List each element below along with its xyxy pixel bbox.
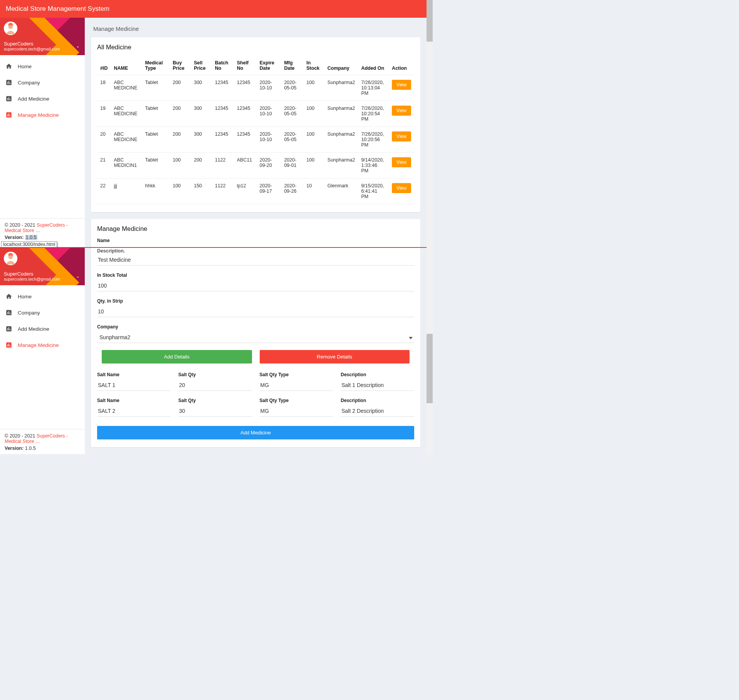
medicine-table: #IDNAMEMedical TypeBuy PriceSell PriceBa… [97,56,414,204]
cell-action: View [389,75,414,101]
cell-stock: 100 [303,127,324,153]
cell-expire: 2020-10-10 [257,127,281,153]
scrollbar-thumb-2[interactable] [427,334,433,403]
sidebar-footer: © 2020 - 2021 SuperCoders - Medical Stor… [0,218,85,247]
cell-name: ABC MEDICIN1 [111,153,142,178]
add-medicine-button[interactable]: Add Medicine [97,426,414,439]
cell-sell: 300 [191,127,212,153]
cell-id: 18 [97,75,111,101]
view-button[interactable]: View [392,80,411,90]
avatar [4,252,17,265]
sidebar-item-company[interactable]: Company [0,74,85,91]
cell-shelf: 12345 [234,127,257,153]
cell-id: 21 [97,153,111,178]
table-header-company: Company [324,56,358,75]
salt-qty-type-field[interactable] [260,380,333,391]
company-select[interactable] [97,332,414,343]
app-header: Medical Store Management System [0,0,427,18]
sidebar-item-label: Home [18,64,32,69]
scrollbar-thumb[interactable] [427,0,433,42]
table-header-added: Added On [358,56,389,75]
cell-shelf: 12345 [234,75,257,101]
card-title: Manage Medicine [91,219,420,238]
app-title: Medical Store Management System [6,5,109,13]
cell-added: 9/14/2020, 1:33:46 PM [358,153,389,178]
hover-url-tooltip: localhost:3000/index.html [1,241,57,247]
salt-name-field[interactable] [97,380,171,391]
in-stock-total-field[interactable] [97,280,414,291]
cell-buy: 200 [170,101,191,127]
sidebar-item-manage-medicine[interactable]: Manage Medicine [0,107,85,123]
chart-icon [5,95,12,102]
page-title: Manage Medicine [85,18,427,37]
chevron-down-icon[interactable] [76,275,80,281]
sidebar-item-add-medicine[interactable]: Add Medicine [0,91,85,107]
user-name: SuperCoders [4,41,73,47]
cell-type: Tablet [142,127,170,153]
add-details-button[interactable]: Add Details [102,350,252,363]
sidebar-item-label: Add Medicine [18,326,49,332]
salt-row: Salt NameSalt QtySalt Qty TypeDescriptio… [97,398,414,424]
cell-buy: 100 [170,178,191,204]
qty-in-strip-field[interactable] [97,306,414,317]
sidebar-footer: © 2020 - 2021 SuperCoders - Medical Stor… [0,429,85,454]
salt-qty-field-label: Salt Qty [178,398,252,403]
salt-desc-field[interactable] [341,380,414,391]
salt-qty-field[interactable] [178,406,252,417]
cell-name: ABC MEDICINE [111,75,142,101]
salt-qty-type-field[interactable] [260,406,333,417]
view-button[interactable]: View [392,131,411,141]
cell-sell: 300 [191,101,212,127]
table-row: 22jjjhhkk1001501122lp122020-09-172020-09… [97,178,414,204]
cell-buy: 100 [170,153,191,178]
salt-qty-field[interactable] [178,380,252,391]
remove-details-button[interactable]: Remove Details [260,350,410,363]
sidebar-item-manage-medicine[interactable]: Manage Medicine [0,337,85,353]
sidebar-item-home[interactable]: Home [0,58,85,74]
cell-shelf: 12345 [234,101,257,127]
salt-desc-field[interactable] [341,406,414,417]
manage-medicine-card-top: Manage Medicine Name [91,219,420,247]
user-name: SuperCoders [4,271,73,277]
version-value: 1.0.5 [25,446,36,451]
cell-name: ABC MEDICINE [111,127,142,153]
table-row: 20ABC MEDICINETablet20030012345123452020… [97,127,414,153]
sidebar-item-label: Home [18,294,32,300]
cell-id: 19 [97,101,111,127]
company-label: Company [97,324,414,330]
sidebar-user: SuperCoders supercoders.tech@gmail.com [0,248,85,285]
cell-stock: 100 [303,75,324,101]
cell-added: 9/15/2020, 6:41:41 PM [358,178,389,204]
version-label: Version: [5,235,24,240]
view-button[interactable]: View [392,183,411,193]
sidebar-item-label: Add Medicine [18,96,49,102]
cell-name: ABC MEDICINE [111,101,142,127]
chevron-down-icon[interactable] [76,45,80,50]
cell-expire: 2020-10-10 [257,101,281,127]
cell-name: jjj [111,178,142,204]
sidebar-item-company[interactable]: Company [0,305,85,321]
table-header-batch: Batch No [212,56,234,75]
avatar [4,22,17,35]
sidebar-item-add-medicine[interactable]: Add Medicine [0,321,85,337]
view-button[interactable]: View [392,106,411,116]
cell-sell: 200 [191,153,212,178]
cell-type: Tablet [142,75,170,101]
cell-expire: 2020-09-20 [257,153,281,178]
cell-added: 7/26/2020, 10:20:56 PM [358,127,389,153]
table-header-action: Action [389,56,414,75]
cell-company: Glenmark [324,178,358,204]
sidebar-item-label: Manage Medicine [18,112,59,118]
cell-type: Tablet [142,153,170,178]
main-content: Manage Medicine All Medicine #IDNAMEMedi… [85,18,427,247]
description-field[interactable] [97,254,414,266]
sidebar-item-home[interactable]: Home [0,288,85,305]
sidebar: SuperCoders supercoders.tech@gmail.com H… [0,248,85,454]
salt-name-field[interactable] [97,406,171,417]
cell-id: 22 [97,178,111,204]
scrollbar-track[interactable] [427,0,433,454]
view-button[interactable]: View [392,157,411,167]
table-header-sell: Sell Price [191,56,212,75]
cell-expire: 2020-09-17 [257,178,281,204]
cell-batch: 1122 [212,153,234,178]
